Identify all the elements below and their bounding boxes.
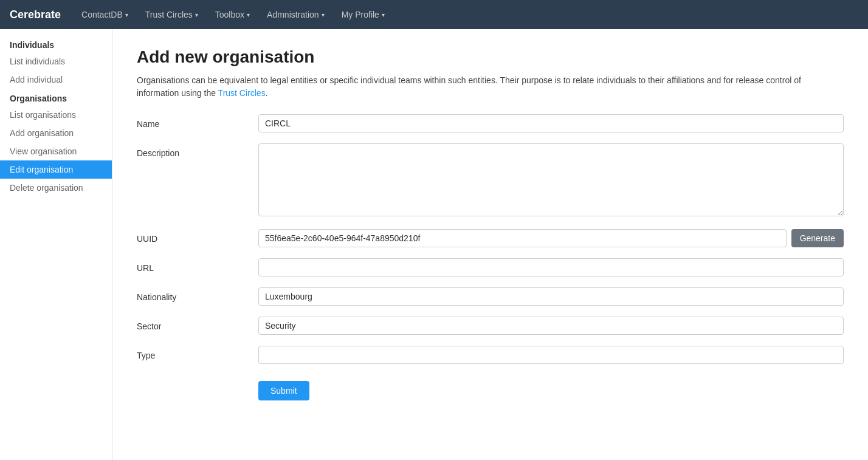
control-sector [258, 317, 844, 335]
sidebar-item-list-individuals[interactable]: List individuals [0, 52, 112, 70]
control-type [258, 346, 844, 364]
field-name: Name [137, 114, 844, 132]
submit-spacer [137, 375, 258, 380]
input-sector[interactable] [258, 317, 844, 335]
layout: Individuals List individuals Add individ… [0, 29, 868, 460]
input-uuid[interactable] [258, 229, 787, 247]
label-sector: Sector [137, 317, 258, 331]
input-type[interactable] [258, 346, 844, 364]
control-nationality [258, 287, 844, 306]
chevron-down-icon: ▾ [382, 12, 385, 18]
input-url[interactable] [258, 258, 844, 276]
sidebar-item-edit-organisation[interactable]: Edit organisation [0, 160, 112, 179]
sidebar-item-add-individual[interactable]: Add individual [0, 70, 112, 89]
input-nationality[interactable] [258, 287, 844, 306]
brand[interactable]: Cerebrate [10, 9, 61, 21]
navbar: Cerebrate ContactDB ▾ Trust Circles ▾ To… [0, 0, 868, 29]
page-description: Organisations can be equivalent to legal… [137, 74, 805, 100]
label-description: Description [137, 143, 258, 158]
chevron-down-icon: ▾ [195, 12, 198, 18]
page-description-period: . [266, 88, 268, 98]
sidebar-item-list-organisations[interactable]: List organisations [0, 106, 112, 124]
nav-toolbox[interactable]: Toolbox ▾ [213, 10, 252, 19]
sidebar-section-organisations-header: Organisations [0, 89, 112, 106]
nav-trust-circles-label: Trust Circles [145, 10, 193, 19]
main-content: Add new organisation Organisations can b… [112, 29, 868, 460]
sidebar-section-individuals-header: Individuals [0, 35, 112, 52]
control-name [258, 114, 844, 132]
trust-circles-link[interactable]: Trust Circles [218, 88, 266, 98]
uuid-input-group: Generate [258, 229, 844, 247]
chevron-down-icon: ▾ [322, 12, 325, 18]
sidebar-item-delete-organisation[interactable]: Delete organisation [0, 179, 112, 197]
field-url: URL [137, 258, 844, 276]
input-name[interactable] [258, 114, 844, 132]
nav-contactdb-label: ContactDB [81, 10, 123, 19]
field-sector: Sector [137, 317, 844, 335]
field-type: Type [137, 346, 844, 364]
nav-trust-circles[interactable]: Trust Circles ▾ [143, 10, 201, 19]
label-uuid: UUID [137, 229, 258, 244]
field-uuid: UUID Generate [137, 229, 844, 247]
input-description[interactable] [258, 143, 844, 216]
nav-administration[interactable]: Admnistration ▾ [264, 10, 327, 19]
organisation-form: Name Description UUID Generate [137, 114, 844, 400]
label-nationality: Nationality [137, 287, 258, 302]
chevron-down-icon: ▾ [247, 12, 250, 18]
submit-wrap: Submit [258, 375, 844, 400]
label-name: Name [137, 114, 258, 129]
nav-my-profile-label: My Profile [342, 10, 379, 19]
sidebar-section-organisations: Organisations List organisations Add org… [0, 89, 112, 197]
label-type: Type [137, 346, 258, 360]
nav-toolbox-label: Toolbox [215, 10, 244, 19]
submit-button[interactable]: Submit [258, 381, 309, 400]
control-uuid: Generate [258, 229, 844, 247]
control-description [258, 143, 844, 218]
form-actions: Submit [137, 375, 844, 400]
nav-contactdb[interactable]: ContactDB ▾ [79, 10, 131, 19]
generate-button[interactable]: Generate [791, 229, 844, 247]
field-nationality: Nationality [137, 287, 844, 306]
nav-administration-label: Admnistration [267, 10, 319, 19]
field-description: Description [137, 143, 844, 218]
label-url: URL [137, 258, 258, 273]
page-title: Add new organisation [137, 47, 844, 67]
sidebar: Individuals List individuals Add individ… [0, 29, 112, 460]
control-url [258, 258, 844, 276]
nav-my-profile[interactable]: My Profile ▾ [339, 10, 387, 19]
sidebar-item-add-organisation[interactable]: Add organisation [0, 124, 112, 142]
sidebar-item-view-organisation[interactable]: View organisation [0, 142, 112, 160]
chevron-down-icon: ▾ [125, 12, 128, 18]
sidebar-section-individuals: Individuals List individuals Add individ… [0, 35, 112, 89]
